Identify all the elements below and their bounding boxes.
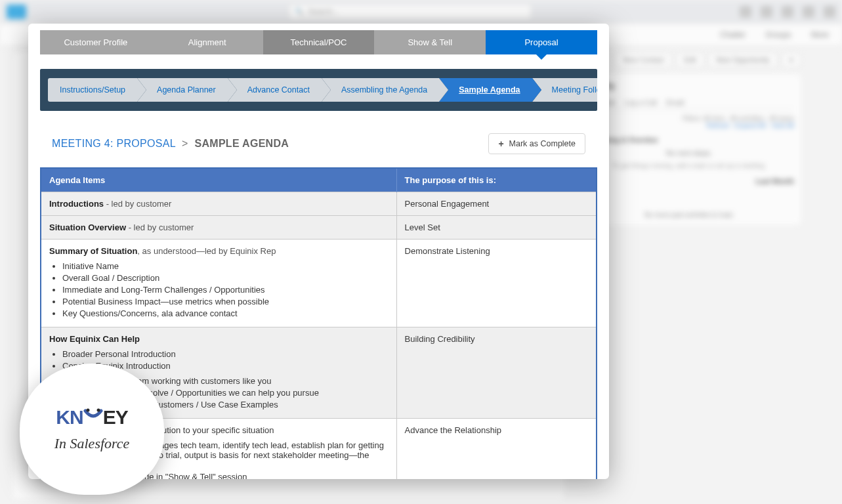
step-sample-agenda[interactable]: Sample Agenda (439, 78, 532, 102)
salesforce-logo (7, 5, 26, 19)
tab-customer-profile[interactable]: Customer Profile (40, 30, 152, 54)
global-search[interactable]: Search... (289, 4, 532, 20)
svg-point-1 (96, 409, 100, 412)
breadcrumb: MEETING 4: PROPOSAL > SAMPLE AGENDA (52, 138, 289, 150)
step-advance-contact[interactable]: Advance Contact (228, 78, 322, 102)
breadcrumb-prefix: MEETING 4: PROPOSAL (52, 138, 175, 149)
table-row: Summary of Situation, as understood—led … (41, 240, 597, 327)
breadcrumb-row: MEETING 4: PROPOSAL > SAMPLE AGENDA + Ma… (52, 133, 585, 154)
mark-complete-label: Mark as Complete (509, 139, 576, 148)
knvey-logo: KN EY (56, 406, 127, 429)
activity-title: Activity (584, 81, 794, 91)
badge-subtitle: In Salesforce (54, 435, 130, 452)
breadcrumb-sep: > (182, 138, 188, 149)
th-purpose: The purpose of this is: (396, 168, 597, 192)
agenda-item-cell: Summary of Situation, as understood—led … (41, 240, 396, 327)
bg-action-buttons: New Contact Edit New Opportunity ▾ (578, 52, 801, 68)
purpose-cell: Advance the Relationship (396, 419, 597, 480)
purpose-cell: Demonstrate Listening (396, 240, 597, 327)
mark-complete-button[interactable]: + Mark as Complete (488, 133, 585, 154)
tab-proposal[interactable]: Proposal (486, 30, 597, 54)
th-agenda-items: Agenda Items (41, 168, 396, 192)
svg-point-0 (86, 409, 89, 412)
agenda-item-cell: Situation Overview - led by customer (41, 216, 396, 240)
agenda-item-cell: Introductions - led by customer (41, 192, 396, 216)
step-agenda-planner[interactable]: Agenda Planner (137, 78, 228, 102)
knvey-badge: KN EY In Salesforce (20, 364, 164, 495)
table-row: Introductions - led by customerPersonal … (41, 192, 597, 216)
step-meeting-follow-up[interactable]: Meeting Follow-Up (532, 78, 597, 102)
purpose-cell: Personal Engagement (396, 192, 597, 216)
tab-technical-poc[interactable]: Technical/POC (263, 30, 375, 54)
smile-icon (83, 407, 103, 424)
purpose-cell: Building Credibility (396, 327, 597, 419)
tab-alignment[interactable]: Alignment (152, 30, 263, 54)
tab-show-tell[interactable]: Show & Tell (374, 30, 486, 54)
top-tabs: Customer ProfileAlignmentTechnical/POCSh… (40, 30, 597, 54)
header-utility-icons (740, 6, 835, 18)
step-instructions-setup[interactable]: Instructions/Setup (48, 78, 137, 102)
breadcrumb-page: SAMPLE AGENDA (194, 138, 289, 149)
plus-icon: + (498, 138, 503, 149)
step-assembling-the-agenda[interactable]: Assembling the Agenda (322, 78, 439, 102)
table-row: Situation Overview - led by customerLeve… (41, 216, 597, 240)
chevron-steps: Instructions/SetupAgenda PlannerAdvance … (40, 69, 597, 111)
purpose-cell: Level Set (396, 216, 597, 240)
